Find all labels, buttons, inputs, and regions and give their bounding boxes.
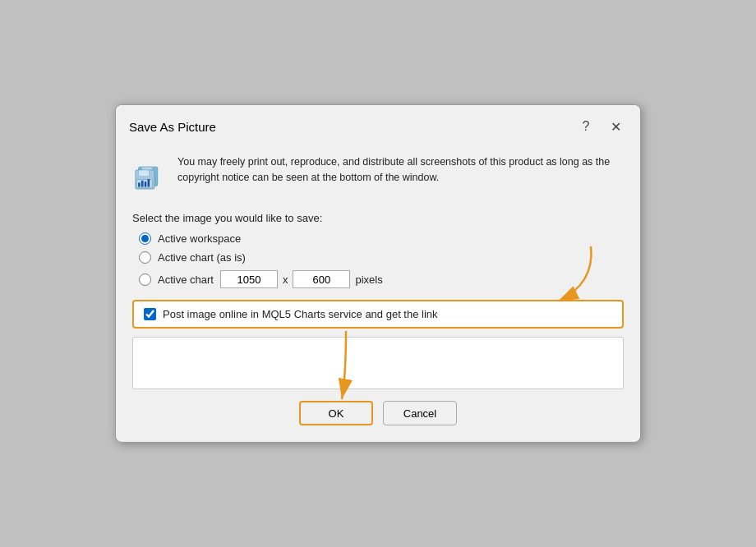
radio-chart-label[interactable]: Active chart — [158, 274, 214, 286]
pixel-height-input[interactable] — [293, 270, 350, 288]
top-section: You may freely print out, reproduce, and… — [132, 154, 624, 200]
ok-button[interactable]: OK — [299, 401, 373, 425]
radio-row-workspace: Active workspace — [139, 232, 624, 245]
svg-rect-13 — [148, 179, 150, 187]
post-online-label[interactable]: Post image online in MQL5 Charts service… — [163, 308, 438, 320]
help-button[interactable]: ? — [574, 115, 597, 138]
button-arrow-container: OK Cancel — [132, 401, 624, 429]
svg-rect-8 — [139, 170, 150, 177]
radio-chart[interactable] — [139, 274, 151, 286]
button-row: OK Cancel — [132, 401, 624, 429]
radio-workspace-label[interactable]: Active workspace — [158, 232, 241, 245]
pixel-inputs: x pixels — [220, 270, 383, 288]
select-image-label: Select the image you would like to save: — [132, 212, 624, 224]
radio-chart-as-is[interactable] — [139, 251, 151, 264]
checkbox-arrow-container: Post image online in MQL5 Charts service… — [132, 300, 624, 329]
radio-row-chart-as-is: Active chart (as is) — [139, 251, 624, 264]
chart-save-icon — [132, 154, 166, 200]
title-bar: Save As Picture ? ✕ — [116, 105, 640, 145]
radio-row-chart: Active chart x pixels — [139, 270, 624, 288]
svg-rect-12 — [145, 182, 147, 186]
dialog-description: You may freely print out, reproduce, and… — [177, 154, 624, 186]
post-online-checkbox[interactable] — [144, 308, 156, 320]
radio-chart-as-is-label[interactable]: Active chart (as is) — [158, 251, 246, 264]
radio-group: Active workspace Active chart (as is) Ac… — [139, 232, 624, 288]
svg-rect-11 — [141, 181, 144, 187]
cancel-button[interactable]: Cancel — [383, 401, 457, 425]
svg-rect-10 — [138, 182, 141, 186]
checkbox-section: Post image online in MQL5 Charts service… — [132, 300, 624, 329]
pixel-width-input[interactable] — [220, 270, 278, 288]
url-area — [132, 337, 624, 389]
pixel-label: pixels — [355, 274, 382, 286]
title-bar-buttons: ? ✕ — [574, 115, 627, 138]
dialog-content: You may freely print out, reproduce, and… — [116, 145, 640, 442]
pixel-x-separator: x — [283, 274, 288, 286]
dialog-title: Save As Picture — [129, 120, 216, 134]
save-as-picture-dialog: Save As Picture ? ✕ — [115, 104, 641, 443]
close-button[interactable]: ✕ — [604, 115, 627, 138]
radio-workspace[interactable] — [139, 232, 151, 245]
